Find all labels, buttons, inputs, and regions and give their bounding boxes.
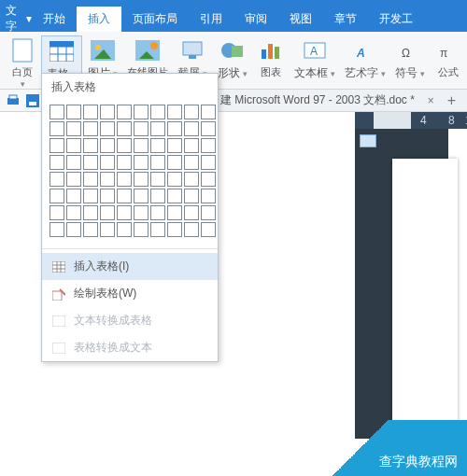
paste-options-icon[interactable] <box>360 134 376 147</box>
grid-cell[interactable] <box>134 172 149 187</box>
app-label[interactable]: 文字▾ <box>6 6 32 32</box>
tab-chapter[interactable]: 章节 <box>323 7 368 32</box>
tab-insert[interactable]: 插入 <box>77 7 121 32</box>
grid-cell[interactable] <box>201 105 216 119</box>
grid-cell[interactable] <box>117 155 132 170</box>
symbol-button[interactable]: Ω 符号 ▾ <box>390 35 430 83</box>
grid-cell[interactable] <box>167 205 182 220</box>
grid-cell[interactable] <box>66 205 81 220</box>
grid-cell[interactable] <box>50 105 64 119</box>
grid-cell[interactable] <box>134 189 149 203</box>
grid-cell[interactable] <box>100 222 115 237</box>
grid-cell[interactable] <box>134 138 149 153</box>
grid-cell[interactable] <box>117 121 132 136</box>
grid-cell[interactable] <box>167 189 182 203</box>
grid-cell[interactable] <box>83 155 98 170</box>
grid-cell[interactable] <box>50 189 64 203</box>
grid-cell[interactable] <box>66 121 81 136</box>
grid-cell[interactable] <box>167 222 182 237</box>
grid-cell[interactable] <box>150 205 165 220</box>
chart-button[interactable]: 图表 <box>252 35 290 81</box>
grid-cell[interactable] <box>50 222 64 237</box>
grid-cell[interactable] <box>50 121 64 136</box>
textbox-button[interactable]: A 文本框 ▾ <box>290 35 340 83</box>
grid-cell[interactable] <box>100 189 115 203</box>
grid-cell[interactable] <box>167 138 182 153</box>
grid-cell[interactable] <box>167 172 182 187</box>
grid-cell[interactable] <box>201 121 216 136</box>
grid-cell[interactable] <box>117 205 132 220</box>
tab-view[interactable]: 视图 <box>278 7 323 32</box>
wordart-button[interactable]: A 艺术字 ▾ <box>340 35 390 83</box>
grid-cell[interactable] <box>66 189 81 203</box>
grid-cell[interactable] <box>117 172 132 187</box>
tab-layout[interactable]: 页面布局 <box>121 7 189 32</box>
formula-button[interactable]: π 公式 <box>430 35 467 81</box>
grid-cell[interactable] <box>83 121 98 136</box>
grid-cell[interactable] <box>50 172 64 187</box>
close-doc-button[interactable]: × <box>420 94 442 107</box>
grid-cell[interactable] <box>66 155 81 170</box>
grid-cell[interactable] <box>83 189 98 203</box>
grid-cell[interactable] <box>184 222 199 237</box>
grid-cell[interactable] <box>100 155 115 170</box>
grid-cell[interactable] <box>134 155 149 170</box>
grid-cell[interactable] <box>100 138 115 153</box>
grid-cell[interactable] <box>50 155 64 170</box>
grid-cell[interactable] <box>150 105 165 119</box>
grid-cell[interactable] <box>100 172 115 187</box>
grid-cell[interactable] <box>117 105 132 119</box>
grid-cell[interactable] <box>83 222 98 237</box>
tab-review[interactable]: 审阅 <box>234 7 278 32</box>
grid-cell[interactable] <box>201 155 216 170</box>
grid-cell[interactable] <box>150 138 165 153</box>
grid-cell[interactable] <box>66 172 81 187</box>
grid-cell[interactable] <box>66 138 81 153</box>
grid-cell[interactable] <box>134 105 149 119</box>
grid-cell[interactable] <box>167 155 182 170</box>
grid-cell[interactable] <box>50 205 64 220</box>
grid-cell[interactable] <box>201 172 216 187</box>
grid-cell[interactable] <box>117 189 132 203</box>
grid-cell[interactable] <box>134 121 149 136</box>
menu-insert-table[interactable]: 插入表格(I) <box>42 253 218 280</box>
grid-cell[interactable] <box>184 121 199 136</box>
grid-cell[interactable] <box>201 138 216 153</box>
grid-cell[interactable] <box>184 138 199 153</box>
grid-cell[interactable] <box>117 222 132 237</box>
grid-cell[interactable] <box>184 155 199 170</box>
grid-cell[interactable] <box>66 222 81 237</box>
grid-cell[interactable] <box>134 222 149 237</box>
blank-page-button[interactable]: 白页▾ <box>4 35 41 91</box>
grid-cell[interactable] <box>117 138 132 153</box>
grid-cell[interactable] <box>50 138 64 153</box>
grid-cell[interactable] <box>83 172 98 187</box>
grid-cell[interactable] <box>150 222 165 237</box>
grid-cell[interactable] <box>150 121 165 136</box>
print-icon[interactable] <box>6 94 21 107</box>
grid-cell[interactable] <box>83 105 98 119</box>
save-icon[interactable] <box>26 94 39 107</box>
grid-cell[interactable] <box>201 205 216 220</box>
grid-cell[interactable] <box>100 121 115 136</box>
document-page[interactable] <box>392 159 458 457</box>
tab-developer[interactable]: 开发工 <box>368 7 424 32</box>
grid-cell[interactable] <box>83 205 98 220</box>
document-tab[interactable]: Microsoft Word 97 - 2003 文档.doc * <box>234 92 415 108</box>
grid-cell[interactable] <box>201 222 216 237</box>
grid-cell[interactable] <box>201 189 216 203</box>
table-size-grid[interactable] <box>42 101 218 245</box>
new-doc-button[interactable]: + <box>442 92 461 109</box>
grid-cell[interactable] <box>167 105 182 119</box>
grid-cell[interactable] <box>100 205 115 220</box>
tab-home[interactable]: 开始 <box>32 7 77 32</box>
grid-cell[interactable] <box>184 205 199 220</box>
grid-cell[interactable] <box>184 172 199 187</box>
grid-cell[interactable] <box>184 105 199 119</box>
grid-cell[interactable] <box>184 189 199 203</box>
grid-cell[interactable] <box>150 155 165 170</box>
grid-cell[interactable] <box>134 205 149 220</box>
menu-draw-table[interactable]: 绘制表格(W) <box>42 280 218 307</box>
grid-cell[interactable] <box>100 105 115 119</box>
grid-cell[interactable] <box>150 172 165 187</box>
